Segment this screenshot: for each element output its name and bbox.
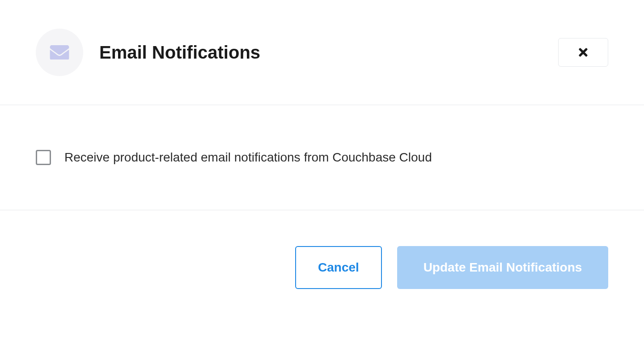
update-email-notifications-button[interactable]: Update Email Notifications xyxy=(397,246,608,289)
envelope-icon xyxy=(50,45,69,60)
close-icon xyxy=(577,46,589,59)
modal-title: Email Notifications xyxy=(99,42,260,63)
notifications-checkbox[interactable] xyxy=(36,150,51,165)
cancel-button[interactable]: Cancel xyxy=(295,246,382,289)
modal-footer: Cancel Update Email Notifications xyxy=(0,210,644,289)
checkbox-label: Receive product-related email notificati… xyxy=(64,150,432,165)
header-left: Email Notifications xyxy=(36,29,260,76)
checkbox-row: Receive product-related email notificati… xyxy=(36,150,608,165)
close-button[interactable] xyxy=(558,38,608,67)
header-icon-circle xyxy=(36,29,83,76)
modal-header: Email Notifications xyxy=(0,0,644,105)
modal-body: Receive product-related email notificati… xyxy=(0,105,644,210)
